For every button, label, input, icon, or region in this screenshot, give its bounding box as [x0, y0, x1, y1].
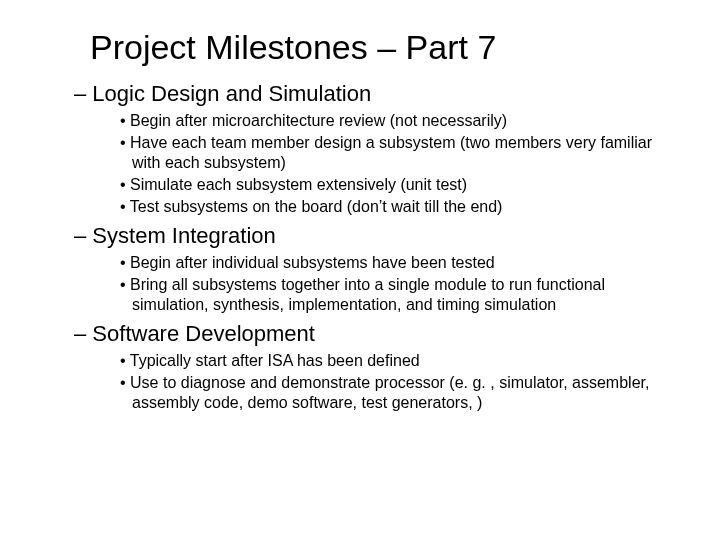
- list-item: Begin after microarchitecture review (no…: [132, 111, 660, 131]
- list-item: Bring all subsystems together into a sin…: [132, 275, 660, 315]
- list-item: Use to diagnose and demonstrate processo…: [132, 373, 660, 413]
- bullet-list: Begin after individual subsystems have b…: [60, 253, 660, 315]
- section-heading: System Integration: [60, 223, 660, 249]
- list-item: Typically start after ISA has been defin…: [132, 351, 660, 371]
- bullet-list: Begin after microarchitecture review (no…: [60, 111, 660, 217]
- list-item: Simulate each subsystem extensively (uni…: [132, 175, 660, 195]
- list-item: Test subsystems on the board (don’t wait…: [132, 197, 660, 217]
- list-item: Have each team member design a subsystem…: [132, 133, 660, 173]
- section-heading: Software Development: [60, 321, 660, 347]
- list-item: Begin after individual subsystems have b…: [132, 253, 660, 273]
- slide: Project Milestones – Part 7 Logic Design…: [0, 0, 720, 540]
- slide-title: Project Milestones – Part 7: [60, 28, 660, 67]
- bullet-list: Typically start after ISA has been defin…: [60, 351, 660, 413]
- section-heading: Logic Design and Simulation: [60, 81, 660, 107]
